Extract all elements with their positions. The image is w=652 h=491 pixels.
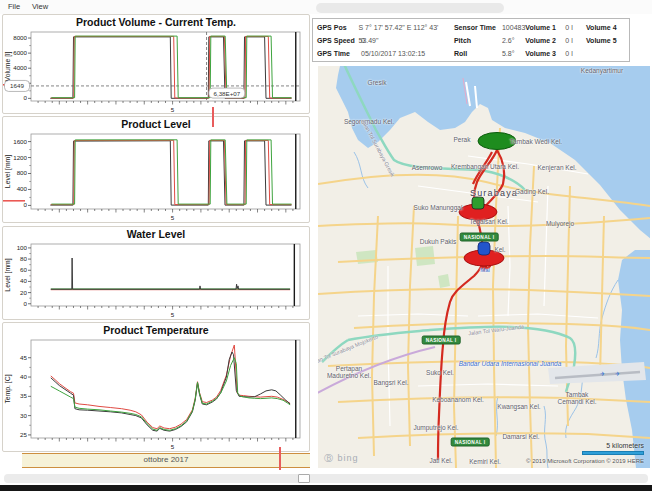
status-column: Volume 10 lVolume 20 lVolume 30 l [525,21,586,61]
chart-panel-water-level: Water Level 0204060801005Level [mm] [2,226,310,320]
svg-text:Volume [l]: Volume [l] [4,51,12,81]
svg-text:0: 0 [24,201,28,208]
svg-text:Level [mm]: Level [mm] [4,155,12,188]
svg-text:4000: 4000 [13,64,27,71]
svg-text:800: 800 [17,169,28,176]
menu-file[interactable]: File [8,2,20,11]
bing-logo: Ⓑ bing [324,452,359,465]
svg-text:35: 35 [20,392,27,399]
svg-text:8000: 8000 [13,34,27,41]
status-field-value: 0 [361,34,365,47]
status-field-value: 0 l [565,21,572,34]
status-field-label: Volume 1 [525,21,561,34]
status-field: Volume 4 [586,21,629,34]
status-field-value: 2.6° [502,34,515,47]
status-column: GPS PosS 7° 17' 57.42" E 112° 43' 53.49"… [317,21,454,61]
status-field-label: GPS Time [317,47,357,60]
svg-text:5: 5 [171,106,175,113]
status-field: Volume 5 [586,34,629,47]
svg-text:1600: 1600 [13,138,27,145]
status-field-label: GPS Speed [317,34,357,47]
svg-text:0: 0 [24,94,28,101]
road-shield-badge: NASIONAL I [451,438,490,447]
svg-text:Temp. [C]: Temp. [C] [4,374,12,403]
chart-water-level: 0204060801005Level [mm] [3,241,309,318]
svg-text:Level [mm]: Level [mm] [4,258,12,291]
map-copyright: © 2019 Microsoft Corporation © 2019 HERE [526,458,644,464]
timeline-cursor [279,447,281,470]
svg-text:1649: 1649 [10,82,24,89]
horizontal-scrollbar[interactable] [4,474,648,483]
status-field-value: 0 l [565,34,572,47]
status-field: Pitch2.6° [454,34,525,47]
poi-marker-red-blue[interactable] [464,242,504,272]
map-canvas: ✈ ✈ [318,66,650,468]
chart-panel-product-volume: Product Volume - Current Temp. 020004000… [2,14,310,114]
svg-text:20: 20 [20,289,27,296]
status-field: GPS Speed0 [317,34,454,47]
park-areas [356,246,450,288]
chart-panel-product-temperature: Product Temperature 25303540455Temp. [C] [2,322,310,452]
svg-text:60: 60 [20,266,27,273]
status-field: Volume 30 l [525,47,586,60]
timeline-band[interactable]: ottobre 2017 [22,453,310,468]
map-view[interactable]: ✈ ✈ GresikSegoromadu Kel.KedanyartimurPe… [318,66,650,468]
status-field: GPS Time05/10/2017 13:02:15 [317,47,454,60]
status-field-value: 5.8° [502,47,515,60]
svg-text:✈: ✈ [615,371,620,377]
status-field-label: GPS Pos [317,21,354,34]
svg-text:6,38E+07: 6,38E+07 [213,90,240,97]
menu-view[interactable]: View [32,2,48,11]
status-field: Volume 20 l [525,34,586,47]
status-field: Volume 10 l [525,21,586,34]
status-field-label: Volume 2 [525,34,561,47]
status-field: Roll5.8° [454,47,525,60]
svg-text:40: 40 [20,373,27,380]
svg-text:5: 5 [171,443,175,450]
svg-text:1200: 1200 [13,154,27,161]
status-column: Volume 4Volume 5 [586,21,629,61]
status-field-label: Pitch [454,34,498,47]
status-field-value: 05/10/2017 13:02:15 [361,47,425,60]
toolbar-placeholder [316,3,504,13]
status-field-label: Volume 3 [525,47,561,60]
svg-text:100: 100 [17,244,28,251]
chart-product-level: 0400800120016005Level [mm] [3,131,309,221]
status-field-label: Volume 4 [586,21,622,34]
status-field: Sensor Time100483 [454,21,525,34]
chart-product-volume: 02000400060008000516496,38E+07Volume [l] [3,29,309,113]
chart-panel-product-level: Product Level 0400800120016005Level [mm] [2,116,310,223]
status-field-value: S 7° 17' 57.42" E 112° 43' 53.49" [358,21,453,34]
status-field-label: Volume 5 [586,34,622,47]
scrollbar-thumb[interactable] [298,474,310,483]
svg-text:400: 400 [17,185,28,192]
svg-text:✈: ✈ [600,371,605,377]
status-field-value: 0 l [565,47,572,60]
svg-text:45: 45 [20,354,27,361]
map-scale-bar [582,451,644,455]
svg-text:80: 80 [20,255,27,262]
svg-text:5: 5 [171,214,175,221]
status-field: GPS PosS 7° 17' 57.42" E 112° 43' 53.49" [317,21,454,34]
svg-text:5: 5 [171,311,175,318]
window-bottom-edge [0,485,652,491]
chart-title-water-level: Water Level [3,227,309,241]
rivers [354,152,618,468]
svg-text:6000: 6000 [13,49,27,56]
svg-text:40: 40 [20,277,27,284]
chart-cursor-tick [212,107,214,127]
map-scale-label: 5 kilometers [606,442,644,449]
road-shield-badge: NASIONAL I [422,336,461,345]
chart-product-temperature: 25303540455Temp. [C] [3,337,309,450]
status-field-label: Roll [454,47,498,60]
chart-title-product-volume: Product Volume - Current Temp. [3,15,309,29]
chart-title-product-temperature: Product Temperature [3,323,309,337]
svg-text:0: 0 [24,300,28,307]
status-column: Sensor Time100483Pitch2.6°Roll5.8° [454,21,525,61]
telemetry-status-panel: GPS PosS 7° 17' 57.42" E 112° 43' 53.49"… [312,18,630,62]
svg-text:25: 25 [20,431,27,438]
chart-title-product-level: Product Level [3,117,309,131]
road-shield-badge: NASIONAL I [460,233,499,242]
svg-text:30: 30 [20,412,27,419]
poi-marker-green[interactable] [478,133,516,150]
